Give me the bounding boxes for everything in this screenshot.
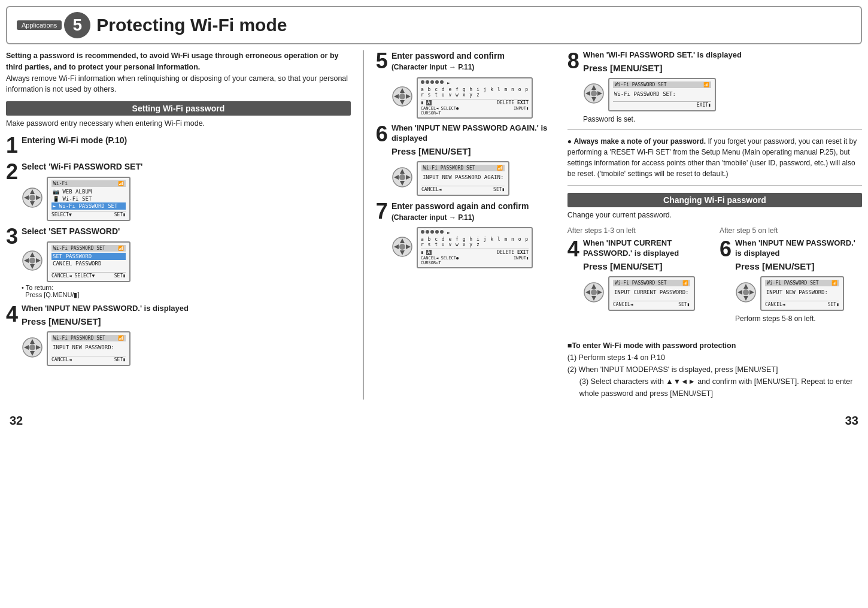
step-7-screen-wrap: ► a b c d e f g h i j k l m n o p r s t … [391,225,556,268]
step-6-title: When 'INPUT NEW PASSWORD AGAIN.' is disp… [391,123,556,144]
step-4-input-screen: Wi-Fi PASSWORD SET📶 INPUT NEW PASSWORD: … [47,331,130,366]
right-upper: 5 Enter password and confirm(Character i… [376,50,862,400]
after-step-6: 6 When 'INPUT NEW PASSWORD.' is displaye… [720,238,862,323]
step-6-screen-wrap: Wi-Fi PASSWORD SET📶 INPUT NEW PASSWORD A… [391,159,556,196]
step-4-content: When 'INPUT NEW PASSWORD.' is displayed … [22,304,351,366]
step-5-controller-icon [391,86,413,107]
step-8-controller-icon [583,83,605,104]
bottom-note-step-1: (1) Perform steps 1-4 on P.10 [567,352,862,364]
after-step-6-content: When 'INPUT NEW PASSWORD.' is displayed … [735,238,862,323]
after-step-4-press: Press [MENU/SET] [583,261,710,271]
bottom-note-title: ■To enter Wi-Fi mode with password prote… [567,340,862,352]
step-2-content: Select 'Wi-Fi PASSWORD SET' Wi-Fi📶 [22,161,351,221]
step-6-number: 6 [376,123,388,145]
step-6-press: Press [MENU/SET] [391,146,556,156]
svg-point-17 [29,344,35,350]
after-right-col: After step 5 on left 6 When 'INPUT NEW P… [720,226,862,328]
intro-text: Setting a password is recommended, to av… [6,50,351,95]
after-step-6-number: 6 [720,238,732,260]
step-5-content: Enter password and confirm(Character inp… [391,50,556,119]
step-7: 7 Enter password again and confirm(Chara… [376,201,556,269]
step-7-controller-icon [391,236,413,258]
after-step-4-number: 4 [567,238,579,260]
step-6-again-screen: Wi-Fi PASSWORD SET📶 INPUT NEW PASSWORD A… [417,161,509,196]
step-2: 2 Select 'Wi-Fi PASSWORD SET' [6,161,351,221]
svg-point-41 [591,90,597,96]
page-number-right: 33 [845,414,858,428]
step-5-title: Enter password and confirm(Character inp… [391,50,556,72]
intro-normal: Always remove Wi-Fi information when rel… [6,74,348,94]
step-1-content: Entering Wi-Fi mode (P.10) [22,135,351,148]
step-8-done-screen: Wi-Fi PASSWORD SET📶 Wi-Fi PASSWORD SET: … [608,78,716,111]
setting-section-sub: Make password entry necessary when enter… [6,119,351,128]
svg-point-23 [399,93,405,99]
after-left-col: After steps 1-3 on left 4 When 'INPUT CU… [567,226,710,328]
after-step-4-controller-icon [583,282,605,303]
after-step-6-note: Perform steps 5-8 on left. [735,314,862,323]
page-header: Applications 5 Protecting Wi-Fi mode [6,6,862,44]
svg-point-5 [29,195,35,201]
divider-1 [567,129,862,130]
bullet-note-text: Always make a note of your password. If … [567,137,857,178]
bottom-note: ■To enter Wi-Fi mode with password prote… [567,340,862,400]
step-5-screen-wrap: ► a b c d e f g h i j k l m n o p r s t … [391,75,556,119]
step-6-content-text: INPUT NEW PASSWORD AGAIN: [421,173,505,184]
after-step-4-title: When 'INPUT CURRENT PASSWORD.' is displa… [583,238,710,259]
step-3-controller-icon [22,250,43,271]
app-number: 5 [64,12,90,38]
step-3-screen-wrap: Wi-Fi PASSWORD SET📶 SET PASSWORD CANCEL … [22,239,351,282]
step-4-press: Press [MENU/SET] [22,316,351,326]
step-8: 8 When 'Wi-Fi PASSWORD SET.' is displaye… [567,50,862,123]
page-numbers: 32 33 [0,409,868,432]
step-8-number: 8 [567,50,579,72]
step-1: 1 Entering Wi-Fi mode (P.10) [6,135,351,156]
step-5-number: 5 [376,50,388,72]
step-3: 3 Select 'SET PASSWORD' Wi-Fi PASSWORD [6,226,351,299]
step-2-number: 2 [6,161,18,183]
step-1-title: Entering Wi-Fi mode (P.10) [22,135,351,146]
step-3-title: Select 'SET PASSWORD' [22,226,351,237]
step-5: 5 Enter password and confirm(Character i… [376,50,556,119]
step-6-controller-icon [391,167,413,188]
step-8-title: When 'Wi-Fi PASSWORD SET.' is displayed [583,50,862,61]
step-4-number: 4 [6,304,18,325]
step-2-screen-wrap: Wi-Fi📶 📷 WEB ALBUM 📱 Wi-Fi SET ► Wi-Fi P… [22,174,351,221]
step-4-content-text: INPUT NEW PASSWORD: [51,343,126,355]
after-step-6-new-screen: Wi-Fi PASSWORD SET📶 INPUT NEW PASSWORD: … [760,276,844,311]
page-number-left: 32 [10,414,23,428]
setting-section-bar: Setting Wi-Fi password [6,101,351,116]
svg-point-47 [591,289,597,295]
step-1-number: 1 [6,135,18,156]
bullet-note: ● Always make a note of your password. I… [567,136,862,179]
after-step-4-screen-wrap: Wi-Fi PASSWORD SET📶 INPUT CURRENT PASSWO… [583,274,710,311]
step-3-number: 3 [6,226,18,247]
step-8-press: Press [MENU/SET] [583,63,862,73]
after-step-6-controller-icon [735,282,757,303]
after-step-4-current-screen: Wi-Fi PASSWORD SET📶 INPUT CURRENT PASSWO… [608,276,695,311]
intro-bold: Setting a password is recommended, to av… [6,52,339,71]
changing-section-bar: Changing Wi-Fi password [567,193,862,207]
step-7-content: Enter password again and confirm(Charact… [391,201,556,269]
step-3-password-menu-screen: Wi-Fi PASSWORD SET📶 SET PASSWORD CANCEL … [47,241,130,282]
right-column: 5 Enter password and confirm(Character i… [363,50,862,400]
after-left-label: After steps 1-3 on left [567,226,710,235]
main-content: Setting a password is recommended, to av… [6,50,862,400]
step-4: 4 When 'INPUT NEW PASSWORD.' is displaye… [6,304,351,366]
svg-point-11 [29,258,35,264]
after-step-4: 4 When 'INPUT CURRENT PASSWORD.' is disp… [567,238,710,311]
page-title: Protecting Wi-Fi mode [96,15,287,35]
step-2-title: Select 'Wi-Fi PASSWORD SET' [22,161,351,172]
left-column: Setting a password is recommended, to av… [6,50,363,400]
changing-section: Changing Wi-Fi password Change your curr… [567,193,862,328]
step-6-content: When 'INPUT NEW PASSWORD AGAIN.' is disp… [391,123,556,196]
step8-notes-col: 8 When 'Wi-Fi PASSWORD SET.' is displaye… [567,50,862,400]
step-3-sub: • To return: Press [Q.MENU/▮] [22,284,351,299]
after-step-6-title: When 'INPUT NEW PASSWORD.' is displayed [735,238,862,259]
steps-567-col: 5 Enter password and confirm(Character i… [376,50,556,400]
step-4-controller-icon [22,337,43,358]
step-7-number: 7 [376,201,388,222]
after-steps: After steps 1-3 on left 4 When 'INPUT CU… [567,226,862,328]
step-3-content: Select 'SET PASSWORD' Wi-Fi PASSWORD SET… [22,226,351,299]
step-6: 6 When 'INPUT NEW PASSWORD AGAIN.' is di… [376,123,556,196]
svg-point-29 [399,174,405,180]
